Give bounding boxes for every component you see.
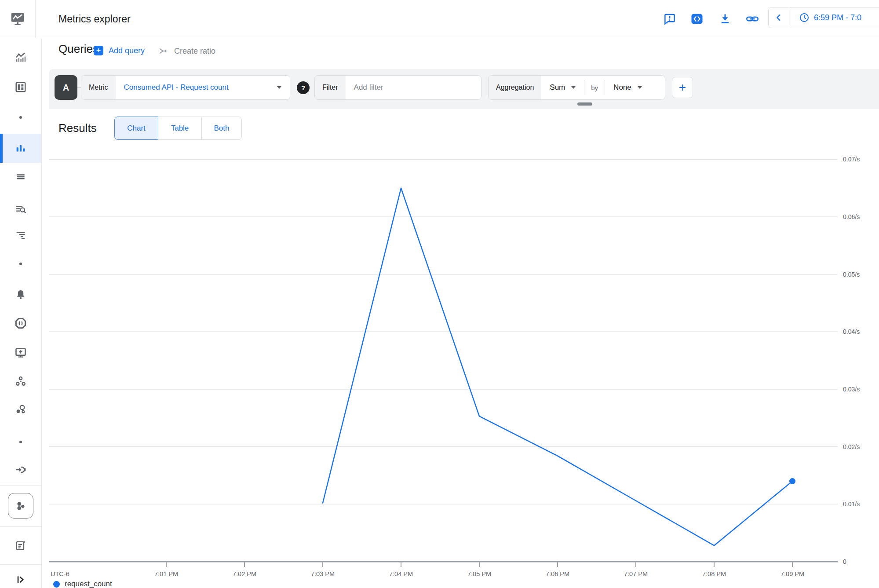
svg-text:0.01/s: 0.01/s [843, 500, 860, 508]
sidebar-item-integrations[interactable] [0, 457, 41, 482]
monitor-arrow-icon [15, 347, 27, 359]
sidebar-divider [0, 526, 41, 527]
svg-text:0.02/s: 0.02/s [843, 443, 860, 450]
sidebar-item-uptime-checks[interactable] [0, 311, 41, 336]
group-by-dropdown[interactable]: None [605, 76, 650, 99]
code-view-button[interactable] [689, 11, 704, 26]
add-icon: + [94, 46, 103, 55]
svg-text:7:07 PM: 7:07 PM [624, 570, 648, 577]
svg-text:7:06 PM: 7:06 PM [546, 570, 569, 577]
sidebar-item-groups[interactable] [0, 369, 41, 394]
log-query-icon [15, 203, 27, 215]
dashboards-icon [15, 81, 27, 93]
sidebar-item-overview[interactable] [0, 45, 41, 69]
clock-icon [799, 12, 810, 23]
code-icon [690, 12, 704, 26]
svg-text:7:09 PM: 7:09 PM [781, 570, 804, 577]
sidebar-item-trace[interactable] [0, 223, 41, 248]
aggregation-block: Aggregation Sum by None [488, 75, 665, 100]
sidebar-dot-indicator [0, 261, 41, 267]
svg-text:7:08 PM: 7:08 PM [702, 570, 726, 577]
monitoring-logo[interactable] [0, 0, 36, 38]
sidebar-item-dashboards[interactable] [0, 75, 41, 99]
tab-both[interactable]: Both [201, 117, 242, 140]
filter-block: Filter Add filter [314, 75, 481, 100]
chevron-down-icon [277, 86, 281, 89]
by-label: by [584, 76, 605, 99]
svg-text:0: 0 [843, 558, 846, 565]
hexagons-icon [14, 499, 27, 512]
svg-text:0.04/s: 0.04/s [843, 328, 860, 335]
time-range-control: 6:59 PM - 7:0 [768, 7, 879, 28]
svg-text:7:03 PM: 7:03 PM [311, 570, 335, 577]
metrics-explorer-icon [15, 142, 27, 154]
sidebar-item-list[interactable] [0, 165, 41, 190]
monitoring-logo-icon [9, 11, 26, 27]
add-query-label: Add query [109, 46, 145, 55]
metric-dropdown[interactable]: Consumed API - Request count [116, 76, 290, 99]
create-ratio-button[interactable]: Create ratio [158, 46, 215, 56]
metric-label: Metric [81, 76, 116, 99]
share-link-button[interactable] [745, 11, 760, 26]
integrations-icon [15, 464, 27, 476]
connector-line [77, 87, 81, 88]
chevron-down-icon [571, 86, 576, 89]
chart-legend: request_count [53, 580, 112, 588]
download-icon [719, 12, 732, 26]
add-aggregation-button[interactable]: + [672, 77, 693, 98]
queries-title: Queries [58, 42, 98, 56]
sidebar-expand-button[interactable] [0, 567, 41, 588]
chevron-down-icon [638, 86, 642, 89]
sidebar-item-services[interactable] [0, 397, 41, 421]
groups-icon [15, 375, 27, 387]
overview-icon [15, 51, 27, 63]
chevron-left-icon [774, 13, 784, 22]
metric-dropdown-value: Consumed API - Request count [124, 83, 229, 92]
sidebar-item-kubernetes[interactable] [8, 493, 33, 519]
filter-input[interactable]: Add filter [346, 76, 481, 99]
svg-text:0.06/s: 0.06/s [843, 213, 860, 220]
results-title: Results [58, 117, 97, 139]
svg-text:7:05 PM: 7:05 PM [467, 570, 491, 577]
svg-text:UTC-6: UTC-6 [51, 570, 69, 577]
svg-text:7:04 PM: 7:04 PM [389, 570, 413, 577]
series-color-dot [53, 581, 60, 588]
svg-text:0.05/s: 0.05/s [843, 271, 860, 278]
release-notes-icon [15, 539, 27, 551]
svg-text:7:02 PM: 7:02 PM [233, 570, 256, 577]
services-icon [15, 403, 27, 415]
create-ratio-icon [158, 46, 169, 56]
query-letter-badge: A [55, 75, 77, 100]
sidebar-item-release-notes[interactable] [0, 533, 41, 558]
trace-icon [15, 229, 27, 241]
time-range-back-button[interactable] [769, 7, 789, 28]
tab-chart[interactable]: Chart [114, 117, 158, 140]
metric-help-button[interactable]: ? [297, 81, 310, 94]
sidebar-item-log-query[interactable] [0, 197, 41, 221]
add-query-button[interactable]: + Add query [94, 46, 145, 55]
group-by-value: None [613, 83, 631, 92]
series-name: request_count [65, 580, 112, 588]
sidebar-dot-indicator [0, 115, 41, 120]
sidebar-item-dashboards-monitor[interactable] [0, 340, 41, 365]
list-icon [15, 172, 26, 183]
sidebar-divider [0, 564, 41, 565]
svg-text:7:01 PM: 7:01 PM [154, 570, 178, 577]
feedback-icon [663, 12, 676, 26]
time-range-button[interactable]: 6:59 PM - 7:0 [789, 12, 861, 23]
uptime-check-icon [14, 317, 27, 330]
download-button[interactable] [718, 11, 733, 26]
link-icon [745, 12, 759, 26]
expand-panel-icon [15, 574, 26, 585]
sidebar-item-alerting[interactable] [0, 282, 41, 307]
sidebar-divider [0, 485, 41, 486]
left-nav [0, 38, 42, 588]
sidebar-item-metrics-explorer[interactable] [0, 134, 41, 163]
app-header: Metrics explorer [0, 0, 879, 38]
filter-label: Filter [315, 76, 346, 99]
feedback-button[interactable] [662, 11, 677, 26]
panel-resize-handle[interactable] [577, 102, 592, 106]
aggregation-dropdown[interactable]: Sum [541, 76, 584, 99]
tab-table[interactable]: Table [158, 117, 202, 140]
metric-block: Metric Consumed API - Request count [81, 75, 290, 100]
